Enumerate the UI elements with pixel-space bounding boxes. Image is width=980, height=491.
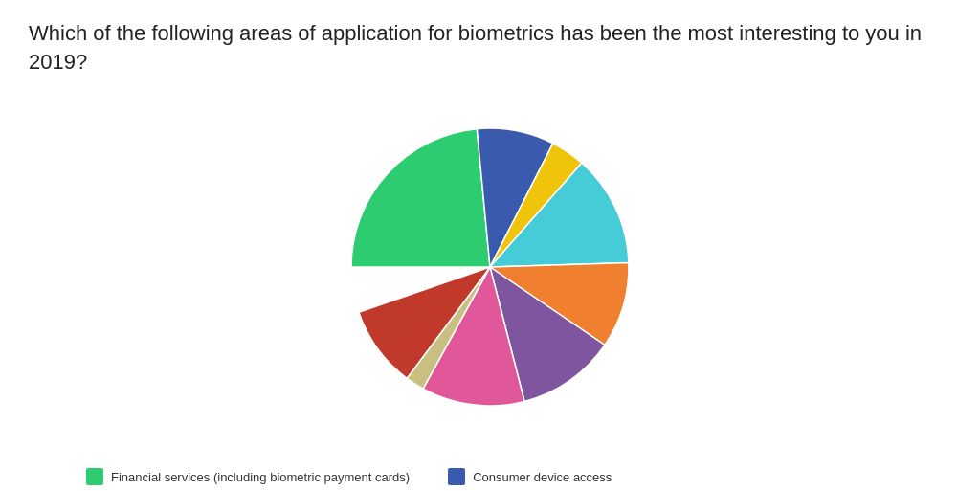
legend-color-box [448, 468, 465, 485]
legend-color-box [86, 468, 103, 485]
legend-label: Consumer device access [473, 470, 612, 484]
question-text: Which of the following areas of applicat… [29, 19, 938, 76]
chart-container [29, 95, 951, 439]
legend-item: Consumer device access [448, 468, 697, 485]
pie-slice [351, 129, 490, 267]
legend: Financial services (including biometric … [29, 468, 951, 491]
legend-label: Financial services (including biometric … [111, 470, 410, 484]
legend-item: Financial services (including biometric … [86, 468, 410, 485]
legend-row: Financial services (including biometric … [86, 468, 894, 485]
